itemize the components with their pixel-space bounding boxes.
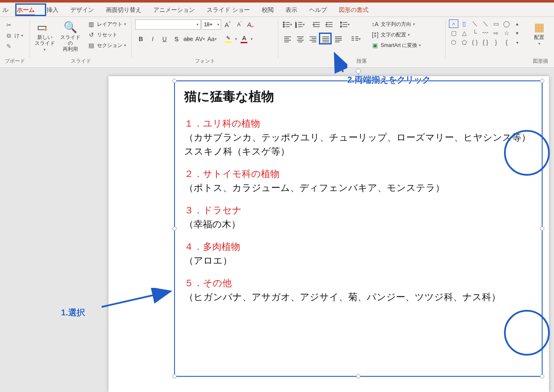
resize-handle-br[interactable] [540,374,544,378]
resize-handle-tl[interactable] [172,79,177,83]
tab-design[interactable]: デザイン [64,3,100,17]
numbering-button[interactable]: 123▾ [294,19,306,30]
shape-pent-icon[interactable]: ⬠ [460,38,469,47]
svg-point-2 [283,24,285,25]
tab-insert[interactable]: 挿入 [41,3,64,17]
strikethrough-button[interactable]: abc [183,34,194,44]
shape-paren-icon[interactable]: ( ) [470,38,479,47]
arrange-icon: ▦ [532,20,546,34]
scissors-icon: ✂ [5,21,13,29]
text-direction-button[interactable]: ↕A文字列の方向▾ [370,19,423,29]
shape-elbow-icon[interactable]: └ [470,29,479,37]
columns-button[interactable]: ▾ [350,34,362,44]
align-text-button[interactable]: [‡]文字の配置▾ [370,30,423,39]
svg-point-4 [283,26,285,28]
text-shadow-button[interactable]: S [171,34,182,44]
resize-handle-bm[interactable] [356,374,360,378]
chevron-down-icon[interactable]: ▾ [235,37,237,41]
resize-handle-mr[interactable] [540,226,544,231]
underline-button[interactable]: U [159,34,170,44]
align-center-button[interactable] [294,34,306,44]
cut-button[interactable]: ✂ [3,20,25,30]
group-clipboard-label: プボード [3,58,26,66]
tab-slideshow[interactable]: スライド ショー [201,3,256,17]
resize-handle-ml[interactable] [172,226,177,231]
shape-line2-icon[interactable]: ＼ [481,19,490,28]
arrange-button[interactable]: ▦ 配置 ▾ [528,19,551,46]
rotate-handle[interactable] [356,69,361,74]
char-spacing-button[interactable]: AV▾ [194,34,205,44]
new-slide-label: 新しい スライド [35,35,55,47]
reset-button[interactable]: ↺リセット [86,30,128,39]
shape-line-icon[interactable]: ＼ [470,19,479,28]
font-name-combo[interactable]: ▾ [135,19,201,30]
resize-handle-bl[interactable] [172,374,177,378]
tab-file-stub[interactable]: ル [0,3,11,17]
shape-vtextbox-icon[interactable]: ▯ [460,19,469,28]
reuse-slides-button[interactable]: 🔍 スライドの 再利用 [59,19,82,52]
group-slides-label: スライド [33,58,128,66]
shape-triangle-icon[interactable]: △ [460,29,469,37]
new-slide-button[interactable]: ▭✦ 新しい スライド ▾ [33,19,56,52]
shape-brace2-icon[interactable]: } [491,38,501,47]
gallery-more-icon[interactable]: ▾ [512,38,522,47]
svg-marker-25 [340,26,342,28]
shape-rect-icon[interactable]: ▭ [491,19,501,28]
tab-shape-format[interactable]: 図形の書式 [333,3,374,17]
change-case-button[interactable]: Aa▾ [206,34,217,44]
chevron-down-icon: ▾ [215,37,217,41]
reset-icon: ↺ [88,31,95,39]
shape-curve-icon[interactable]: 〰 [481,29,490,37]
chevron-down-icon: ▾ [419,43,421,47]
align-left-button[interactable] [282,34,294,44]
bullets-button[interactable]: ▾ [282,19,294,30]
grow-font-button[interactable]: A^ [222,19,233,30]
tab-review[interactable]: 校閲 [256,3,280,17]
shape-brace-icon[interactable]: { } [481,38,490,47]
slide-canvas[interactable]: 猫に猛毒な植物 １．ユリ科の植物 （カサブランカ、テッポウユリ、チューリップ、ロ… [108,76,549,392]
slide-body-text: １．ユリ科の植物 （カサブランカ、テッポウユリ、チューリップ、ローズマリー、ヒヤ… [184,116,532,304]
selected-textbox[interactable]: 猫に猛毒な植物 １．ユリ科の植物 （カサブランカ、テッポウユリ、チューリップ、ロ… [174,80,543,377]
tab-home[interactable]: ホーム [11,3,41,17]
shape-textbox-icon[interactable]: A [449,19,458,28]
shape-roundrect-icon[interactable]: ▢ [449,29,458,37]
distribute-button[interactable] [332,34,344,44]
shape-oval-icon[interactable]: ◯ [502,19,511,28]
italic-button[interactable]: I [147,34,158,44]
new-slide-icon: ▭✦ [38,20,52,34]
chevron-down-icon[interactable]: ▾ [251,37,253,41]
tab-animations[interactable]: アニメーション [147,3,201,17]
line-spacing-button[interactable]: ▾ [339,19,351,30]
bold-button[interactable]: B [135,34,146,44]
tab-transitions[interactable]: 画面切り替え [100,3,147,17]
resize-handle-tr[interactable] [540,79,544,83]
paintbrush-icon: ✎ [5,42,13,50]
font-color-button[interactable]: A [238,34,250,44]
copy-button[interactable]: ⧉け▾ [3,31,25,40]
slide-workspace: 猫に猛毒な植物 １．ユリ科の植物 （カサブランカ、テッポウユリ、チューリップ、ロ… [0,68,554,392]
section-button[interactable]: ▤セクション▾ [86,41,128,50]
font-size-combo[interactable]: 18+ ▾ [202,19,221,30]
gallery-down-icon[interactable]: ▼ [512,29,522,37]
shape-star-icon[interactable]: ☆ [502,29,511,37]
chevron-down-icon: ▾ [44,47,46,52]
highlight-color-button[interactable]: ✎ [222,34,234,44]
layout-button[interactable]: ▥レイアウト▾ [86,19,128,29]
reuse-slides-label: スライドの 再利用 [59,35,82,52]
increase-indent-button[interactable] [323,19,335,30]
gallery-up-icon[interactable]: ▲ [512,19,522,28]
shape-arrow-icon[interactable]: ⇨ [491,29,501,37]
convert-smartart-button[interactable]: ▣SmartArt に変換▾ [370,41,423,50]
decrease-indent-button[interactable] [310,19,322,30]
clear-formatting-button[interactable]: A⭋ [246,19,257,30]
shapes-gallery[interactable]: A ▯ ＼ ＼ ▭ ◯ ▲ ▢ △ └ 〰 ⇨ ☆ ▼ ⬡ ⬠ ( ) { } … [449,19,522,47]
shape-callout-icon[interactable]: { [502,38,511,47]
format-painter-button[interactable]: ✎ [3,41,25,51]
shape-hex-icon[interactable]: ⬡ [449,38,458,47]
shrink-font-button[interactable]: Aˇ [234,19,245,30]
resize-handle-tm[interactable] [356,79,360,83]
justify-button[interactable] [320,34,332,44]
tab-view[interactable]: 表示 [280,3,303,17]
tab-help[interactable]: ヘルプ [303,3,333,17]
align-right-button[interactable] [307,34,319,44]
